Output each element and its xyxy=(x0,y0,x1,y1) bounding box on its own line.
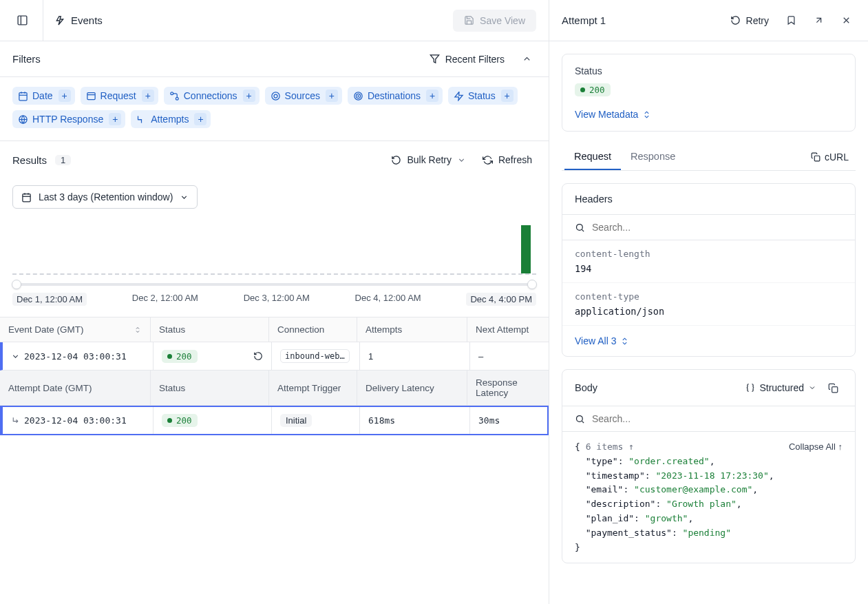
sidebar-toggle-icon[interactable] xyxy=(12,11,32,30)
retention-dropdown[interactable]: Last 3 days (Retention window) xyxy=(12,185,198,209)
status-badge: 200 xyxy=(162,350,198,363)
filter-pill-attempts[interactable]: Attempts+ xyxy=(131,110,211,128)
trigger-chip: Initial xyxy=(280,414,312,427)
body-mode-dropdown[interactable]: Structured xyxy=(745,382,816,393)
destinations-icon xyxy=(353,91,363,101)
headers-search[interactable] xyxy=(562,215,855,240)
open-external-icon[interactable] xyxy=(809,11,828,30)
svg-point-29 xyxy=(577,415,583,421)
search-icon xyxy=(575,222,585,233)
events-label: Events xyxy=(71,14,103,26)
events-heading: Events xyxy=(54,14,103,26)
retry-icon xyxy=(391,155,401,165)
chart-bar xyxy=(521,225,531,273)
sort-icon xyxy=(134,326,142,334)
attempt-title: Attempt 1 xyxy=(562,14,606,26)
col-status: Status xyxy=(151,317,269,342)
svg-rect-25 xyxy=(814,156,820,161)
attempt-subheader: Attempt Date (GMT) Status Attempt Trigge… xyxy=(0,371,549,406)
svg-line-22 xyxy=(816,18,821,22)
search-icon xyxy=(575,414,585,424)
tab-response[interactable]: Response xyxy=(621,144,685,170)
request-icon xyxy=(86,91,96,101)
view-metadata-button[interactable]: View Metadata xyxy=(575,109,843,120)
recent-filters-button[interactable]: Recent Filters xyxy=(430,54,505,65)
refresh-icon xyxy=(483,155,493,165)
expand-icon xyxy=(642,110,651,119)
svg-line-27 xyxy=(582,229,584,231)
close-button[interactable] xyxy=(836,11,856,30)
filter-pills: Date+ Request+ Connections+ Sources+ Des… xyxy=(0,77,549,141)
time-range-slider[interactable] xyxy=(12,283,536,286)
filter-pill-http-response[interactable]: HTTP Response+ xyxy=(12,110,125,128)
filter-pill-connections[interactable]: Connections+ xyxy=(164,87,260,105)
svg-point-11 xyxy=(271,92,279,99)
table-header: Event Date (GMT) Status Connection Attem… xyxy=(0,317,549,342)
plus-icon[interactable]: + xyxy=(142,90,154,102)
plus-icon[interactable]: + xyxy=(109,113,121,125)
headers-title: Headers xyxy=(562,184,855,215)
slider-handle-right[interactable] xyxy=(527,280,537,289)
body-title: Body xyxy=(575,382,739,393)
bookmark-icon[interactable] xyxy=(781,11,801,30)
col-event-date[interactable]: Event Date (GMT) xyxy=(0,317,151,342)
curl-button[interactable]: cURL xyxy=(807,149,853,165)
tab-request[interactable]: Request xyxy=(564,144,621,170)
plus-icon[interactable]: + xyxy=(501,90,514,102)
body-search-input[interactable] xyxy=(592,413,843,424)
view-all-headers-button[interactable]: View All 3 xyxy=(575,335,843,346)
plus-icon[interactable]: + xyxy=(194,113,207,125)
filter-pill-request[interactable]: Request+ xyxy=(81,87,158,105)
sub-item-icon xyxy=(11,416,20,425)
body-search[interactable] xyxy=(562,406,855,432)
copy-icon xyxy=(811,152,821,162)
collapse-all-button[interactable]: Collapse All ↑ xyxy=(789,440,843,455)
chevron-down-icon xyxy=(180,193,189,202)
retry-button[interactable]: Retry xyxy=(726,12,773,29)
chart-axis-labels: Dec 1, 12:00 AM Dec 2, 12:00 AM Dec 3, 1… xyxy=(12,286,536,317)
collapse-filters-button[interactable] xyxy=(517,50,536,69)
copy-body-button[interactable] xyxy=(823,378,843,397)
attempt-row[interactable]: 2023-12-04 03:00:31 200 Initial 618ms 30… xyxy=(0,406,549,435)
filter-icon xyxy=(430,54,440,64)
filter-pill-date[interactable]: Date+ xyxy=(12,87,75,105)
headers-search-input[interactable] xyxy=(592,222,843,233)
plus-icon[interactable]: + xyxy=(326,90,338,102)
refresh-button[interactable]: Refresh xyxy=(478,152,536,168)
header-item: content-type application/json xyxy=(562,283,855,326)
retry-icon[interactable] xyxy=(253,351,263,361)
status-badge: 200 xyxy=(162,414,198,427)
plus-icon[interactable]: + xyxy=(59,90,71,102)
attempts-icon xyxy=(136,114,147,125)
results-label: Results xyxy=(12,154,47,166)
save-icon xyxy=(464,15,474,25)
events-icon xyxy=(54,15,65,26)
timeline-chart: Dec 1, 12:00 AM Dec 2, 12:00 AM Dec 3, 1… xyxy=(0,213,549,317)
status-badge: 200 xyxy=(575,83,611,96)
calendar-icon xyxy=(21,192,32,202)
slider-handle-left[interactable] xyxy=(12,280,21,289)
header-item: content-length 194 xyxy=(562,240,855,283)
svg-rect-7 xyxy=(87,92,94,99)
svg-point-26 xyxy=(577,224,583,230)
chevron-up-icon xyxy=(522,54,532,64)
filter-pill-destinations[interactable]: Destinations+ xyxy=(348,87,443,105)
chevron-down-icon[interactable] xyxy=(11,352,20,361)
event-row[interactable]: 2023-12-04 03:00:31 200 inbound-web… 1 – xyxy=(0,342,549,371)
filter-pill-sources[interactable]: Sources+ xyxy=(265,87,342,105)
svg-rect-3 xyxy=(19,92,27,100)
connection-chip: inbound-web… xyxy=(280,349,350,363)
svg-point-15 xyxy=(358,95,359,96)
plus-icon[interactable]: + xyxy=(426,90,438,102)
json-body: { 6 items ↑Collapse All ↑ "type": "order… xyxy=(562,432,855,563)
results-count-badge: 1 xyxy=(55,155,71,165)
filter-pill-status[interactable]: Status+ xyxy=(448,87,518,105)
plus-icon[interactable]: + xyxy=(243,90,255,102)
col-connection: Connection xyxy=(269,317,357,342)
bulk-retry-button[interactable]: Bulk Retry xyxy=(387,152,470,168)
status-label: Status xyxy=(575,65,843,76)
save-view-button: Save View xyxy=(453,10,536,32)
svg-rect-0 xyxy=(18,16,27,25)
sources-icon xyxy=(271,91,281,101)
svg-point-9 xyxy=(171,92,173,94)
